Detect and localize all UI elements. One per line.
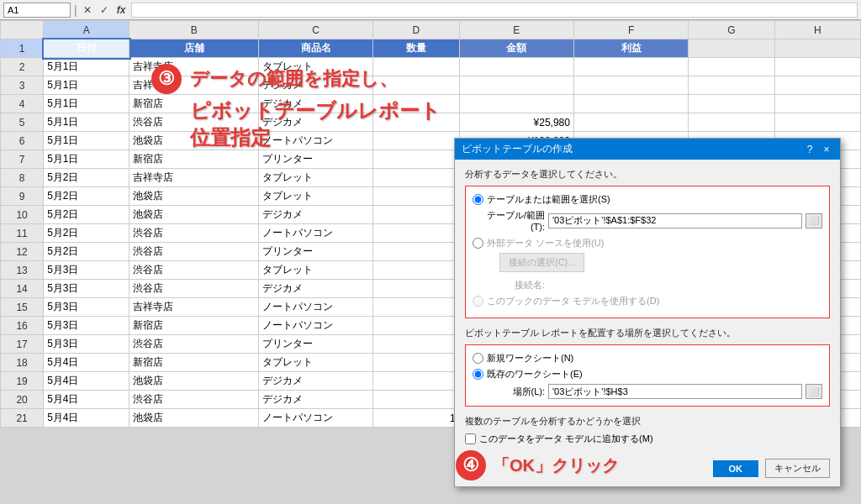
cell-d9[interactable] [373, 187, 459, 206]
cell-a16[interactable]: 5月3日 [44, 317, 129, 335]
cancel-icon[interactable]: ✕ [81, 4, 94, 16]
cell-d6[interactable] [373, 132, 459, 150]
cell-c9[interactable]: タブレット [258, 187, 372, 206]
cell-g4[interactable] [689, 95, 774, 113]
cell-b20[interactable]: 渋谷店 [129, 391, 258, 409]
cell-b21[interactable]: 池袋店 [129, 409, 258, 428]
radio-table-range-label[interactable]: テーブルまたは範囲を選択(S) [487, 193, 610, 206]
cell-h4[interactable] [774, 95, 860, 113]
cancel-button[interactable]: キャンセル [765, 459, 830, 478]
cell-a14[interactable]: 5月3日 [44, 280, 129, 298]
cell-d21[interactable]: 1 [373, 409, 459, 428]
location-browse-btn[interactable]: ⬜ [806, 384, 822, 399]
col-header-c[interactable]: C [258, 21, 372, 39]
cell-e1[interactable]: 金額 [459, 39, 573, 58]
name-box[interactable]: A1 [3, 3, 71, 18]
confirm-icon[interactable]: ✓ [98, 4, 111, 16]
cell-b10[interactable]: 池袋店 [129, 206, 258, 224]
cell-h5[interactable] [774, 113, 860, 132]
cell-d2[interactable] [373, 58, 459, 76]
col-header-e[interactable]: E [459, 21, 573, 39]
cell-c1[interactable]: 商品名 [258, 39, 372, 58]
radio-newsheet[interactable] [473, 353, 483, 364]
cell-c11[interactable]: ノートパソコン [258, 224, 372, 243]
cell-c8[interactable]: タブレット [258, 169, 372, 187]
cell-f2[interactable] [573, 58, 688, 76]
cell-a7[interactable]: 5月1日 [44, 150, 129, 169]
cell-b4[interactable]: 新宿店 [129, 95, 258, 113]
cell-c19[interactable]: デジカメ [258, 372, 372, 391]
cell-b2[interactable]: 吉祥寺店 [129, 58, 258, 76]
location-input[interactable] [548, 384, 802, 399]
col-header-d[interactable]: D [373, 21, 459, 39]
cell-b9[interactable]: 池袋店 [129, 187, 258, 206]
cell-b5[interactable]: 渋谷店 [129, 113, 258, 132]
col-header-b[interactable]: B [129, 21, 258, 39]
radio-existingsheet[interactable] [473, 369, 483, 380]
cell-d11[interactable] [373, 224, 459, 243]
cell-a19[interactable]: 5月4日 [44, 372, 129, 391]
cell-d8[interactable] [373, 169, 459, 187]
cell-d4[interactable] [373, 95, 459, 113]
cell-b13[interactable]: 渋谷店 [129, 261, 258, 280]
cell-e2[interactable] [459, 58, 573, 76]
col-header-g[interactable]: G [689, 21, 774, 39]
cell-a17[interactable]: 5月3日 [44, 335, 129, 354]
cell-d10[interactable] [373, 206, 459, 224]
cell-c18[interactable]: タブレット [258, 354, 372, 372]
add-to-model-checkbox[interactable] [465, 433, 476, 444]
cell-a8[interactable]: 5月2日 [44, 169, 129, 187]
radio-existingsheet-label[interactable]: 既存のワークシート(E) [487, 368, 583, 381]
cell-c4[interactable]: デジカメ [258, 95, 372, 113]
cell-c21[interactable]: ノートパソコン [258, 409, 372, 428]
cell-d14[interactable] [373, 280, 459, 298]
cell-a6[interactable]: 5月1日 [44, 132, 129, 150]
cell-d12[interactable] [373, 243, 459, 261]
cell-h3[interactable] [774, 76, 860, 95]
cell-c2[interactable]: タブレット [258, 58, 372, 76]
cell-d20[interactable] [373, 391, 459, 409]
cell-d19[interactable] [373, 372, 459, 391]
cell-a15[interactable]: 5月3日 [44, 298, 129, 317]
cell-f3[interactable] [573, 76, 688, 95]
cell-a13[interactable]: 5月3日 [44, 261, 129, 280]
radio-newsheet-label[interactable]: 新規ワークシート(N) [487, 352, 573, 365]
cell-d3[interactable] [373, 76, 459, 95]
cell-a3[interactable]: 5月1日 [44, 76, 129, 95]
cell-g5[interactable] [689, 113, 774, 132]
cell-c16[interactable]: ノートパソコン [258, 317, 372, 335]
cell-b12[interactable]: 渋谷店 [129, 243, 258, 261]
cell-b18[interactable]: 新宿店 [129, 354, 258, 372]
cell-d13[interactable] [373, 261, 459, 280]
cell-c17[interactable]: プリンター [258, 335, 372, 354]
cell-d18[interactable] [373, 354, 459, 372]
cell-a12[interactable]: 5月2日 [44, 243, 129, 261]
connect-btn[interactable]: 接続の選択(C)... [499, 253, 584, 272]
table-range-input[interactable] [548, 213, 802, 228]
radio-datamodel[interactable] [473, 296, 483, 307]
cell-d17[interactable] [373, 335, 459, 354]
radio-external[interactable] [473, 238, 483, 249]
cell-b14[interactable]: 渋谷店 [129, 280, 258, 298]
cell-c6[interactable]: ノートパソコン [258, 132, 372, 150]
cell-c20[interactable]: デジカメ [258, 391, 372, 409]
cell-c15[interactable]: ノートパソコン [258, 298, 372, 317]
cell-b19[interactable]: 池袋店 [129, 372, 258, 391]
cell-b11[interactable]: 渋谷店 [129, 224, 258, 243]
col-header-h[interactable]: H [774, 21, 860, 39]
radio-table-range[interactable] [473, 194, 483, 205]
cell-c5[interactable]: デジカメ [258, 113, 372, 132]
cell-b7[interactable]: 新宿店 [129, 150, 258, 169]
cell-c7[interactable]: プリンター [258, 150, 372, 169]
cell-c13[interactable]: タブレット [258, 261, 372, 280]
dialog-close-icon[interactable]: × [820, 143, 833, 156]
cell-a21[interactable]: 5月4日 [44, 409, 129, 428]
cell-d16[interactable] [373, 317, 459, 335]
cell-f4[interactable] [573, 95, 688, 113]
cell-c12[interactable]: プリンター [258, 243, 372, 261]
cell-a18[interactable]: 5月4日 [44, 354, 129, 372]
cell-f1[interactable]: 利益 [573, 39, 688, 58]
cell-c3[interactable]: デジカメ [258, 76, 372, 95]
cell-f5[interactable] [573, 113, 688, 132]
ok-button[interactable]: OK [713, 460, 759, 477]
